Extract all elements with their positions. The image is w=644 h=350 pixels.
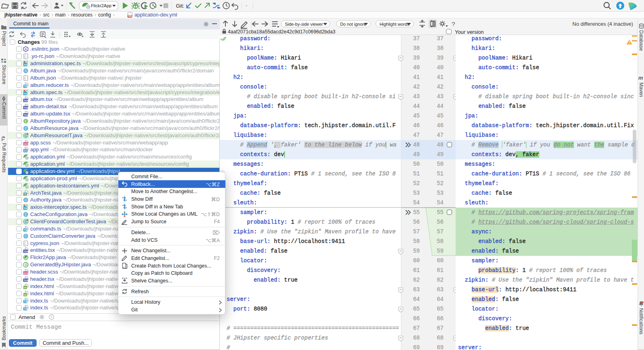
svg-text:{..}: {..}: [24, 55, 29, 58]
svg-text:H5: H5: [24, 286, 27, 288]
svg-text:Flickr2App: Flickr2App: [91, 3, 111, 8]
svg-text:{..}: {..}: [24, 242, 29, 245]
svg-text:{..}: {..}: [24, 76, 29, 80]
svg-text:H5: H5: [24, 293, 27, 296]
svg-text:TS: TS: [24, 300, 27, 303]
svg-text:TSX: TSX: [23, 99, 29, 102]
svg-text:@: @: [24, 263, 28, 267]
svg-text:TS: TS: [24, 63, 27, 66]
svg-text:C: C: [25, 134, 27, 138]
svg-text:TS: TS: [24, 92, 27, 95]
svg-text:TSX: TSX: [23, 106, 29, 109]
svg-text:?: ?: [452, 21, 455, 27]
svg-text:TS: TS: [24, 307, 27, 310]
svg-text:TS: TS: [24, 85, 27, 88]
svg-text:C: C: [25, 220, 27, 224]
svg-text:TS: TS: [24, 207, 27, 210]
svg-text:I: I: [25, 119, 26, 123]
svg-text:DC: DC: [24, 149, 28, 152]
svg-text:SASS: SASS: [23, 142, 29, 145]
svg-text:C: C: [25, 234, 27, 238]
svg-text:YML: YML: [128, 15, 132, 17]
svg-text:C: C: [25, 212, 27, 216]
svg-text:TSX: TSX: [23, 279, 29, 282]
svg-text:TS: TS: [24, 229, 27, 231]
svg-text:C: C: [25, 69, 27, 73]
svg-text:C: C: [25, 126, 27, 130]
svg-text:TSX: TSX: [23, 250, 29, 253]
svg-text:Git:: Git:: [176, 3, 184, 9]
svg-text:C: C: [25, 198, 27, 202]
svg-text:SASS: SASS: [23, 272, 29, 274]
svg-text:TSX: TSX: [23, 113, 29, 116]
